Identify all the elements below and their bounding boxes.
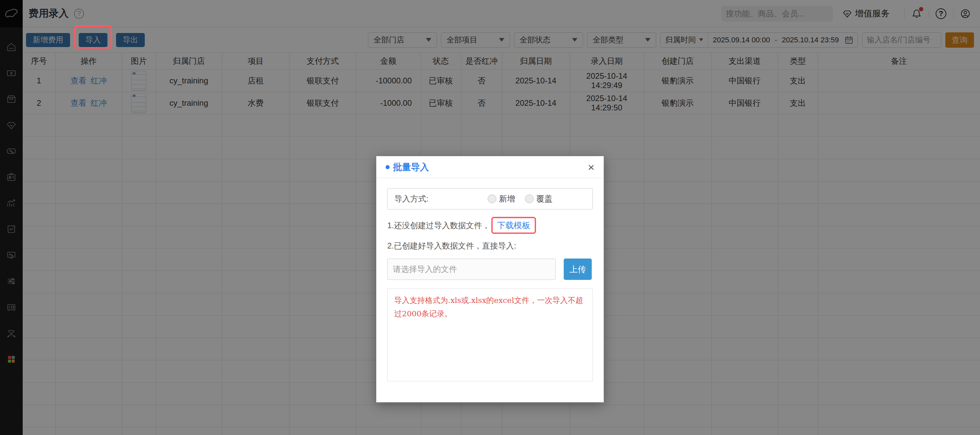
radio-circle-icon[interactable] <box>488 194 496 203</box>
import-mode-radios: 新增 覆盖 <box>488 193 552 204</box>
close-icon[interactable]: × <box>588 161 594 173</box>
modal-title-wrap: 批量导入 <box>386 161 429 173</box>
file-select-row: 上传 <box>387 258 593 280</box>
radio-circle-icon[interactable] <box>525 194 534 203</box>
step1-text: 1.还没创建过导入数据文件， <box>387 220 490 231</box>
modal-header: 批量导入 × <box>376 156 604 178</box>
import-mode-label: 导入方式: <box>394 193 429 204</box>
format-note-text: 导入支持格式为.xls或.xlsx的excel文件，一次导入不超过2000条记录… <box>394 296 583 318</box>
file-select-input[interactable] <box>387 258 556 280</box>
title-dot-icon <box>386 165 390 169</box>
step2-text: 2.已创建好导入数据文件，直接导入: <box>387 241 516 251</box>
radio-add[interactable]: 新增 <box>488 193 515 204</box>
radio-overwrite-label: 覆盖 <box>536 193 552 204</box>
upload-button[interactable]: 上传 <box>564 258 592 280</box>
step2-line: 2.已创建好导入数据文件，直接导入: <box>387 241 593 251</box>
batch-import-modal: 批量导入 × 导入方式: 新增 覆盖 1.还没创建过导入数据文件， 下载模板 <box>376 156 604 402</box>
radio-overwrite[interactable]: 覆盖 <box>525 193 552 204</box>
download-template-link[interactable]: 下载模板 <box>497 220 530 230</box>
radio-add-label: 新增 <box>499 193 515 204</box>
step1-line: 1.还没创建过导入数据文件， 下载模板 <box>387 217 593 234</box>
modal-title: 批量导入 <box>393 161 429 173</box>
modal-body: 导入方式: 新增 覆盖 1.还没创建过导入数据文件， 下载模板 2.已创建好导入… <box>376 178 604 381</box>
highlight-download-template: 下载模板 <box>492 217 536 234</box>
import-mode-box: 导入方式: 新增 覆盖 <box>387 188 593 209</box>
format-note-box: 导入支持格式为.xls或.xlsx的excel文件，一次导入不超过2000条记录… <box>387 288 593 381</box>
